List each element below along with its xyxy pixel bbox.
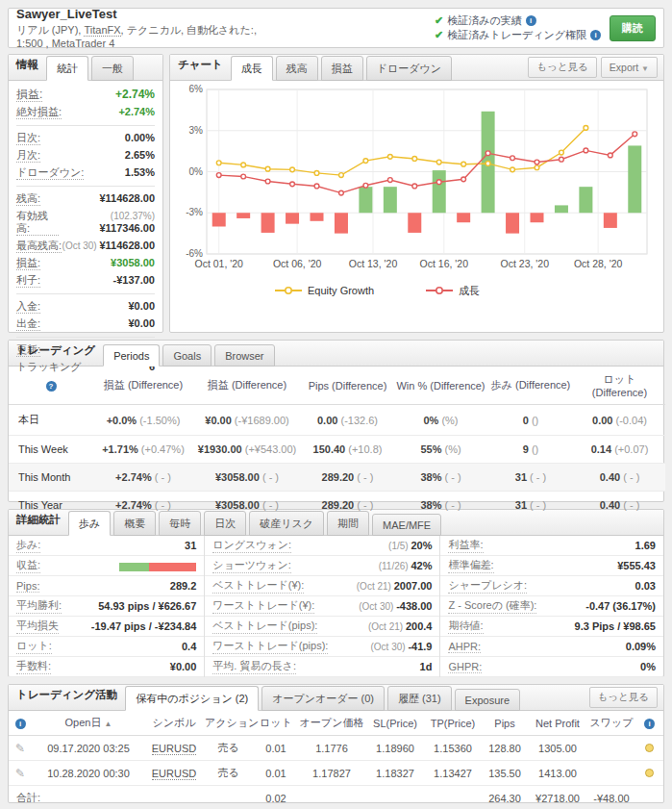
position-row: ✎10.28.2020 00:30EURUSD売る0.011.178271.18… [9, 761, 663, 786]
cell-diff-value: () [532, 443, 538, 455]
stat-value-main: 54.93 pips / ¥626.67 [98, 600, 196, 612]
stat-value-main: -19.47 pips / -¥234.84 [91, 620, 196, 632]
stat-label: ワーストトレード(¥): [212, 598, 314, 614]
win-loss-bar [119, 563, 196, 571]
symbol-cell: EURUSD [145, 736, 203, 761]
trading-section-header: トレーディング PeriodsGoalsBrowser [9, 341, 663, 367]
info-panel: 情報 統計一般 損益:+2.74%絶対損益:+2.74%日次:0.00%月次:2… [8, 54, 163, 333]
tab-open-orders[interactable]: オープンオーダー (0) [261, 686, 385, 711]
activity-section-header: トレーディング活動 保有中のポジション (2)オープンオーダー (0)履歴 (3… [9, 685, 663, 711]
tab-mae-mfe[interactable]: MAE/MFE [372, 514, 441, 536]
tab-history[interactable]: 履歴 (31) [387, 686, 452, 711]
tab-profit[interactable]: 損益 [321, 56, 363, 81]
info-value-main: 0.00% [125, 132, 155, 143]
stat-value: ¥555.43 [617, 560, 656, 571]
column-header-col5[interactable]: SL(Price) [366, 711, 424, 736]
column-header-col1[interactable]: シンボル [145, 711, 203, 736]
tab-daily[interactable]: 日次 [204, 511, 246, 536]
help-icon[interactable]: ? [46, 381, 57, 392]
tab-browser[interactable]: Browser [214, 344, 274, 367]
cell-diff-value: ( - ) [530, 471, 546, 483]
account-title: Sawyer_LiveTest [16, 7, 271, 21]
chart-export-button[interactable]: Export ▼ [601, 57, 658, 78]
stat-label: 収益: [16, 558, 40, 573]
period-cell: 0 () [487, 405, 574, 436]
info-label: 入金: [16, 300, 40, 314]
stat-value-main: -0.47 (36.17%) [585, 600, 656, 612]
tab-risk-of-ruin[interactable]: 破産リスク [249, 511, 324, 536]
info-row: 日次:0.00% [16, 130, 155, 147]
swap-cell [587, 761, 635, 786]
broker-link[interactable]: TitanFX [84, 24, 120, 37]
edit-note-icon[interactable]: ✎ [15, 742, 25, 755]
activity-more-button[interactable]: もっと見る [589, 687, 658, 708]
info-value-prefix: (Oct 30) [62, 240, 100, 251]
badge-label: 検証済みトレーディング権限 [447, 28, 586, 42]
tab-periods[interactable]: Periods [103, 344, 160, 367]
cell-main-value: 9 [523, 443, 529, 455]
tab-goals[interactable]: Goals [162, 344, 212, 367]
tab-exposure[interactable]: Exposure [455, 689, 520, 711]
chart-tabs: 成長残高損益ドローダウン [231, 56, 455, 80]
svg-text:Oct 28, '20: Oct 28, '20 [574, 258, 623, 269]
edit-note-icon[interactable]: ✎ [15, 767, 25, 780]
info-icon[interactable]: i [590, 30, 601, 40]
tab-growth[interactable]: 成長 [231, 56, 273, 81]
column-header-col7[interactable]: Pips [482, 711, 528, 736]
cell-main-value: +1.71% [102, 443, 138, 455]
stat-label: 平均. 貿易の長さ: [212, 659, 296, 674]
info-value-main: ¥3058.00 [111, 257, 155, 268]
cell-main-value: 0.00 [592, 415, 612, 426]
column-header-col8[interactable]: Net Profit [528, 711, 587, 736]
tab-summary[interactable]: 概要 [113, 511, 156, 536]
symbol-link[interactable]: EURUSD [152, 743, 196, 755]
stat-label: 標準偏差: [448, 558, 493, 573]
tab-open-positions[interactable]: 保有中のポジション (2) [125, 686, 259, 711]
totals-lots: 0.02 [255, 786, 297, 809]
verified-badge: ✔検証済みトレーディング権限i [435, 28, 610, 42]
detail-stats-tabs: 歩み概要毎時日次破産リスク期間MAE/MFE [68, 511, 444, 535]
pips-cell: 135.50 [482, 761, 528, 786]
tab-hourly[interactable]: 毎時 [159, 511, 201, 536]
period-cell: 9 () [487, 436, 574, 464]
subscribe-button[interactable]: 購読 [610, 15, 656, 41]
period-cell: 38% ( - ) [394, 464, 487, 492]
column-header-col3[interactable]: ロット [255, 711, 297, 736]
info-label: 損益: [16, 257, 40, 270]
tab-drawdown[interactable]: ドローダウン [366, 56, 452, 81]
column-header-col4[interactable]: オープン価格 [297, 711, 366, 736]
info-icon[interactable]: i [644, 719, 655, 729]
totals-net-profit: ¥2718.00 [528, 786, 587, 809]
stat-value: 0.4 [182, 641, 196, 652]
tab-stats[interactable]: 統計 [46, 56, 88, 81]
stat-value: (1/5) 20% [388, 540, 432, 551]
tab-trades[interactable]: 歩み [68, 511, 111, 536]
stat-value-main: 0.09% [626, 641, 656, 652]
stat-value: (Oct 21) 2007.00 [357, 580, 433, 592]
chart-more-button[interactable]: もっと見る [528, 57, 596, 78]
lamp-icon[interactable] [645, 769, 654, 777]
totals-label: 合計: [9, 786, 255, 809]
tab-duration[interactable]: 期間 [327, 511, 369, 536]
stat-value: 1d [420, 661, 433, 672]
column-header-open-date[interactable]: Open日 ▲ [32, 711, 145, 736]
column-header-col9[interactable]: スワップ [587, 711, 635, 736]
info-value: (Oct 30) ¥114628.00 [62, 240, 155, 252]
tab-balance[interactable]: 残高 [276, 56, 318, 81]
cell-diff-value: (+10.8) [348, 443, 382, 455]
cell-main-value: 0% [423, 415, 438, 426]
stat-row: シャープレシオ:0.03 [440, 576, 663, 596]
info-icon[interactable]: i [526, 15, 536, 26]
column-header-col2[interactable]: アクション [203, 711, 255, 736]
info-icon[interactable]: i [15, 719, 26, 729]
stat-row: 平均勝利:54.93 pips / ¥626.67 [9, 596, 204, 617]
cell-diff-value: (-1.50%) [139, 415, 180, 426]
tab-general[interactable]: 一般 [91, 56, 134, 81]
cell-diff-value: (-0.04) [616, 415, 647, 426]
column-header-col6[interactable]: TP(Price) [424, 711, 482, 736]
stat-value-main: 0% [640, 661, 656, 672]
cell-diff-value: ( - ) [357, 471, 373, 483]
stat-value: 31 [185, 540, 196, 551]
lamp-icon[interactable] [645, 744, 654, 752]
symbol-link[interactable]: EURUSD [152, 768, 196, 780]
